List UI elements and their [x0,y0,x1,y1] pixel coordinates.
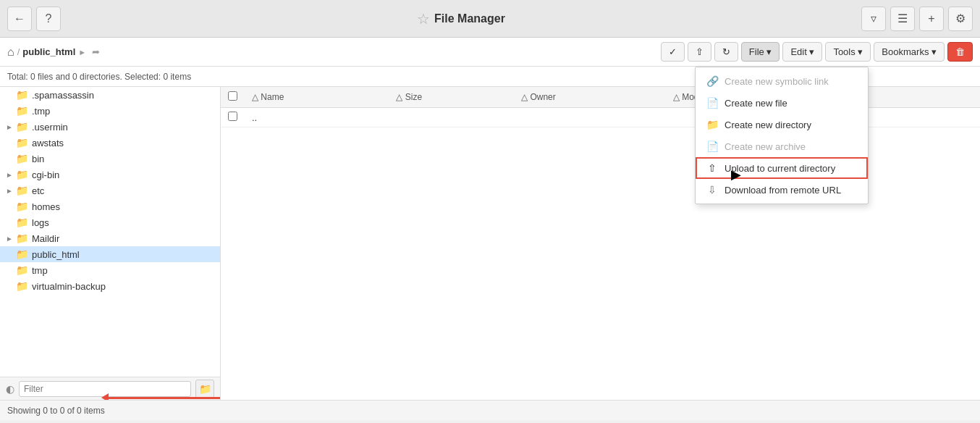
folder-icon: 📁 [16,185,28,196]
folder-icon: 📁 [16,233,28,244]
settings-button[interactable]: ⚙ [948,7,973,31]
new-directory-icon: 📁 [706,119,719,130]
sort-icon: △ [396,92,402,102]
sidebar-item-bin[interactable]: 📁 bin [0,151,220,167]
sidebar-item-label: public_html [32,249,80,260]
columns-button[interactable]: ☰ [890,7,915,31]
folder-icon: 📁 [16,201,28,212]
sidebar-item-virtualmin-backup[interactable]: 📁 virtualmin-backup [0,278,220,294]
menu-item-download-remote[interactable]: ⇩ Download from remote URL [696,179,868,201]
header-checkbox[interactable] [221,87,245,108]
toolbar-bookmarks-button[interactable]: Bookmarks ▾ [874,42,945,62]
menu-item-create-directory[interactable]: 📁 Create new directory [696,114,868,135]
folder-icon: 📁 [16,169,28,180]
menu-item-create-file[interactable]: 📄 Create new file [696,92,868,114]
add-button[interactable]: + [919,7,944,31]
filter-bar: ◐ 📁 [0,377,220,400]
breadcrumb-arrow: ► [78,48,86,56]
menu-item-label: Create new symbolic link [725,76,829,87]
toolbar: ✓ ⇧ ↻ File ▾ Edit ▾ Tools ▾ Bookmarks ▾ … [661,42,973,62]
folder-icon: 📁 [16,153,28,164]
folder-icon: 📁 [16,105,28,117]
sidebar-item-label: .usermin [32,122,68,133]
breadcrumb-toolbar-bar: ⌂ / public_html ► ➦ ✓ ⇧ ↻ File ▾ Edit ▾ … [0,38,980,67]
menu-item-create-symbolic-link[interactable]: 🔗 Create new symbolic link [696,70,868,92]
sidebar: 📁 .spamassassin 📁 .tmp ► 📁 .usermin 📁 aw… [0,87,221,400]
folder-icon: 📁 [16,137,28,148]
sidebar-item-awstats[interactable]: 📁 awstats [0,135,220,151]
new-file-icon: 📄 [706,97,719,109]
sort-icon: △ [673,92,680,102]
row-checkbox-cell [221,108,245,127]
toolbar-delete-button[interactable]: 🗑 [947,42,973,62]
menu-item-create-archive[interactable]: 📄 Create new archive [696,135,868,157]
sidebar-item-label: cgi-bin [32,169,59,180]
toolbar-file-button[interactable]: File ▾ [741,42,780,62]
row-name: .. [245,108,389,127]
breadcrumb-public-html[interactable]: public_html [22,46,75,57]
back-button[interactable]: ← [7,7,32,31]
menu-item-upload[interactable]: ⇧ Upload to current directory [696,157,868,179]
sidebar-item-cgi-bin[interactable]: ► 📁 cgi-bin [0,167,220,183]
expand-icon: ► [6,123,16,131]
top-bar-left: ← ? [7,7,61,31]
filter-icon: ◐ [6,383,14,395]
sidebar-item-label: logs [32,217,49,228]
sidebar-item-maildir[interactable]: ► 📁 Maildir [0,230,220,246]
sidebar-item-tmp[interactable]: 📁 tmp [0,262,220,278]
app-title: File Manager [434,12,505,25]
sidebar-item-tmp-dot[interactable]: 📁 .tmp [0,103,220,119]
breadcrumb-sep1: / [17,46,20,57]
status-text: Total: 0 files and 0 directories. Select… [7,72,191,82]
expand-icon: ► [6,171,16,179]
header-name[interactable]: △ Name [245,87,389,108]
header-owner[interactable]: △ Owner [514,87,666,108]
help-button[interactable]: ? [36,7,61,31]
filter-folder-button[interactable]: 📁 [195,380,214,398]
toolbar-edit-button[interactable]: Edit ▾ [782,42,822,62]
menu-item-label: Create new file [725,98,787,109]
sort-icon: △ [521,92,528,102]
expand-icon: ► [6,235,16,243]
menu-item-label: Create new archive [725,141,806,152]
menu-item-label: Create new directory [725,120,811,130]
menu-item-label: Upload to current directory [725,163,835,174]
home-icon[interactable]: ⌂ [7,46,14,59]
sidebar-item-public-html[interactable]: 📁 public_html [0,246,220,262]
folder-icon: 📁 [16,217,28,228]
sidebar-item-label: virtualmin-backup [32,281,106,292]
sidebar-item-label: tmp [32,265,48,276]
star-icon: ☆ [417,10,430,28]
top-bar-center: ☆ File Manager [417,10,505,28]
toolbar-share-button[interactable]: ⇧ [688,42,711,62]
folder-icon: 📁 [16,264,28,276]
sidebar-item-label: .spamassassin [32,90,94,101]
breadcrumb: ⌂ / public_html ► ➦ [7,46,100,59]
filter-icon-button[interactable]: ▿ [861,7,886,31]
select-all-checkbox[interactable] [228,91,237,101]
expand-icon: ► [6,187,16,195]
row-owner [514,108,666,127]
sidebar-item-label: awstats [32,138,64,148]
sidebar-item-logs[interactable]: 📁 logs [0,214,220,230]
breadcrumb-share-icon: ➦ [92,46,100,57]
folder-icon: 📁 [16,280,28,292]
row-checkbox[interactable] [228,112,237,121]
sort-icon: △ [252,92,258,102]
toolbar-refresh-button[interactable]: ↻ [714,42,738,62]
sidebar-item-label: .tmp [32,106,50,117]
toolbar-tools-button[interactable]: Tools ▾ [825,42,871,62]
sidebar-item-homes[interactable]: 📁 homes [0,198,220,214]
sidebar-item-usermin[interactable]: ► 📁 .usermin [0,119,220,135]
folder-open-icon: 📁 [16,248,28,260]
row-size [389,108,514,127]
header-size[interactable]: △ Size [389,87,514,108]
showing-bar: Showing 0 to 0 of 0 items [0,400,980,420]
sidebar-item-spamassassin[interactable]: 📁 .spamassassin [0,87,220,103]
filter-input[interactable] [19,381,191,397]
showing-text: Showing 0 to 0 of 0 items [7,406,105,416]
sidebar-item-label: homes [32,201,60,212]
folder-icon: 📁 [16,89,28,101]
toolbar-check-button[interactable]: ✓ [661,42,685,62]
sidebar-item-etc[interactable]: ► 📁 etc [0,183,220,198]
